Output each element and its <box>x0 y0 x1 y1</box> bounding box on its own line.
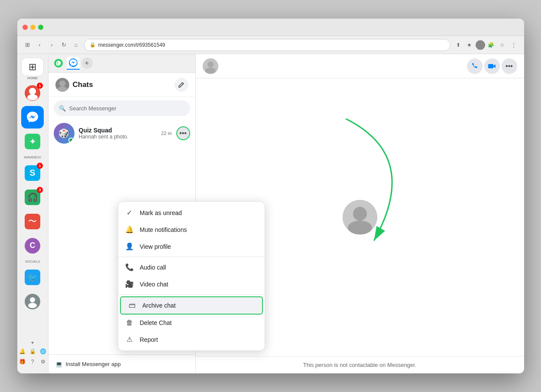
tab-add-button[interactable]: + <box>81 58 93 69</box>
wavebox-label: WAVEBOX <box>19 154 45 160</box>
search-placeholder: Search Messenger <box>69 105 117 112</box>
home-label: HOME <box>27 76 38 80</box>
gift-icon[interactable]: 🎁 <box>17 357 27 366</box>
fullscreen-button[interactable] <box>38 25 43 30</box>
menu-item-view-profile[interactable]: 👤 View profile <box>118 238 265 255</box>
show-more-chevron[interactable]: ▾ <box>31 340 34 346</box>
grid-icon[interactable]: ⊞ <box>23 40 33 50</box>
install-bar: 💻 Install Messenger app <box>49 354 195 373</box>
share-icon[interactable]: ⬆ <box>453 40 463 50</box>
skype-badge: 1 <box>37 163 43 169</box>
main-area: ⊞ HOME 1 ✦ <box>17 54 524 373</box>
svg-point-2 <box>29 88 36 95</box>
home-button[interactable]: ⌂ <box>71 40 81 50</box>
menu-item-label-video-chat: Video chat <box>140 281 168 288</box>
menu-item-label-mark-unread: Mark as unread <box>140 209 182 216</box>
menu-item-label-mute: Mute notifications <box>140 226 187 233</box>
menu-item-archive[interactable]: 🗃 Archive chat <box>120 296 263 315</box>
chat-time: 22 m <box>161 131 172 136</box>
svg-point-5 <box>28 303 37 308</box>
more-options-button[interactable]: ••• <box>176 126 190 140</box>
lock-bottom-icon[interactable]: 🔒 <box>28 347 37 356</box>
svg-point-12 <box>205 67 216 74</box>
globe-icon[interactable]: 🌐 <box>38 347 48 356</box>
svg-point-8 <box>59 80 65 87</box>
sidebar-item-headphones[interactable]: 🎧 3 <box>21 186 44 209</box>
context-menu: ✓ Mark as unread 🔔 Mute notifications 👤 … <box>118 201 265 351</box>
bookmark-icon[interactable]: ☆ <box>497 40 508 50</box>
messenger-title: Chats <box>73 80 171 89</box>
menu-item-label-report: Report <box>140 336 158 343</box>
minimize-button[interactable] <box>30 25 36 30</box>
url-bar[interactable]: 🔒 messenger.com/t/693561549 <box>84 39 450 51</box>
home-grid-icon: ⊞ <box>21 58 44 76</box>
sidebar-item-wave[interactable]: 〜 <box>21 210 44 233</box>
sidebar-item-twitter[interactable]: 🐦 <box>21 266 44 289</box>
trash-icon: 🗑 <box>125 319 134 327</box>
menu-item-mute[interactable]: 🔔 Mute notifications <box>118 221 265 238</box>
menu-item-report[interactable]: ⚠ Report <box>118 331 265 348</box>
user-badge: 1 <box>37 83 43 89</box>
sidebar-item-c[interactable]: C <box>21 235 44 257</box>
chat-name: Quiz Squad <box>79 127 157 134</box>
chat-avatar-quiz-squad: 🎲 <box>54 123 75 144</box>
tab-whatsapp[interactable] <box>52 57 65 70</box>
headphones-badge: 3 <box>37 187 43 193</box>
chat-header-avatar <box>203 58 218 74</box>
forward-button[interactable]: › <box>47 40 57 50</box>
call-button[interactable] <box>467 58 483 74</box>
sidebar-item-user[interactable]: 1 <box>21 82 44 104</box>
sidebar-item-person[interactable] <box>21 290 44 313</box>
sidebar-item-messenger[interactable] <box>21 106 44 129</box>
sidebar-item-feather[interactable]: ✦ <box>21 130 44 153</box>
install-label[interactable]: Install Messenger app <box>66 361 121 367</box>
chat-footer: This person is not contactable on Messen… <box>196 356 524 373</box>
messenger-panel: + Chats 🔍 Search Messenger <box>49 54 196 373</box>
refresh-button[interactable]: ↻ <box>59 40 69 50</box>
video-icon: 🎥 <box>125 280 134 288</box>
video-call-button[interactable] <box>484 58 500 74</box>
sidebar-bottom: ▾ 🔔 🔒 🌐 🎁 ? ⚙ <box>17 340 48 370</box>
not-contactable-text: This person is not contactable on Messen… <box>303 362 417 368</box>
phone-icon: 📞 <box>125 263 134 271</box>
title-bar <box>17 19 524 36</box>
more-options-chat-button[interactable]: ••• <box>502 58 517 74</box>
menu-separator-2 <box>118 294 265 295</box>
star-icon[interactable]: ★ <box>464 40 475 50</box>
messenger-tabs: + <box>49 54 195 73</box>
svg-point-15 <box>353 207 367 221</box>
close-button[interactable] <box>23 25 28 30</box>
bell-icon[interactable]: 🔔 <box>17 347 27 356</box>
tab-messenger[interactable] <box>67 57 80 70</box>
contact-avatar <box>343 200 377 235</box>
app-sidebar: ⊞ HOME 1 ✦ <box>17 54 49 373</box>
warning-icon: ⚠ <box>125 335 134 344</box>
svg-point-11 <box>207 61 214 67</box>
svg-rect-13 <box>488 64 493 68</box>
browser-nav: ⊞ ‹ › ↻ ⌂ <box>23 40 81 50</box>
svg-point-16 <box>348 221 372 235</box>
compose-button[interactable] <box>175 78 188 92</box>
svg-point-0 <box>478 42 483 46</box>
svg-point-1 <box>477 46 484 50</box>
help-icon[interactable]: ? <box>28 357 37 366</box>
messenger-user-avatar <box>55 78 69 92</box>
chat-header: ••• <box>196 54 524 78</box>
back-button[interactable]: ‹ <box>35 40 45 50</box>
menu-item-mark-unread[interactable]: ✓ Mark as unread <box>118 204 265 221</box>
settings-icon[interactable]: ⚙ <box>38 357 48 366</box>
menu-item-label-archive: Archive chat <box>143 302 176 309</box>
profile-avatar[interactable] <box>476 40 485 50</box>
search-bar[interactable]: 🔍 Search Messenger <box>54 100 190 116</box>
menu-item-delete[interactable]: 🗑 Delete Chat <box>118 315 265 331</box>
messenger-header: Chats <box>49 73 195 97</box>
lock-icon: 🔒 <box>90 42 96 48</box>
sidebar-item-skype[interactable]: S 1 <box>21 162 44 184</box>
menu-item-video-chat[interactable]: 🎥 Video chat <box>118 276 265 292</box>
checkmark-icon: ✓ <box>125 209 134 217</box>
sidebar-item-home[interactable]: ⊞ HOME <box>21 58 44 80</box>
menu-item-audio-call[interactable]: 📞 Audio call <box>118 259 265 276</box>
chat-item-quiz-squad[interactable]: 🎲 Quiz Squad Hannah sent a photo. 22 m •… <box>49 119 195 147</box>
extensions-icon[interactable]: 🧩 <box>486 40 496 50</box>
menu-icon[interactable]: ⋮ <box>509 40 519 50</box>
